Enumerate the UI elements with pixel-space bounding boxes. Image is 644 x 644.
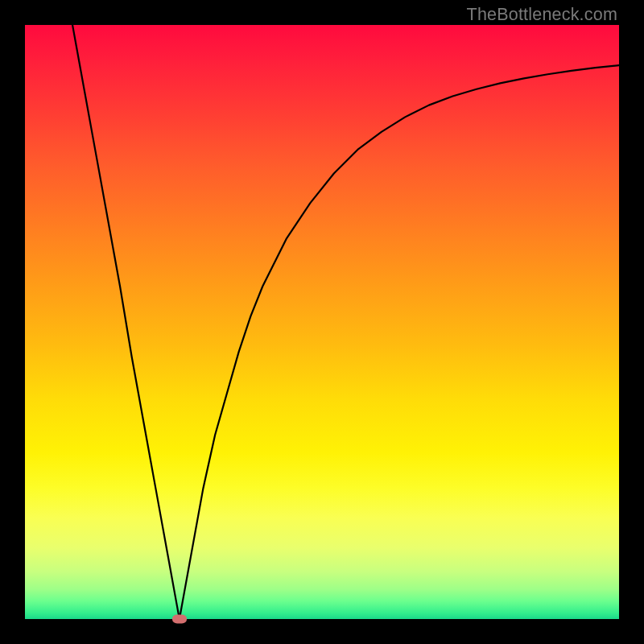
chart-frame: TheBottleneck.com xyxy=(0,0,644,644)
plot-area xyxy=(25,25,619,619)
optimal-point-marker xyxy=(172,615,187,624)
curve-line xyxy=(72,25,619,619)
bottleneck-curve xyxy=(25,25,619,619)
watermark-text: TheBottleneck.com xyxy=(467,5,617,25)
